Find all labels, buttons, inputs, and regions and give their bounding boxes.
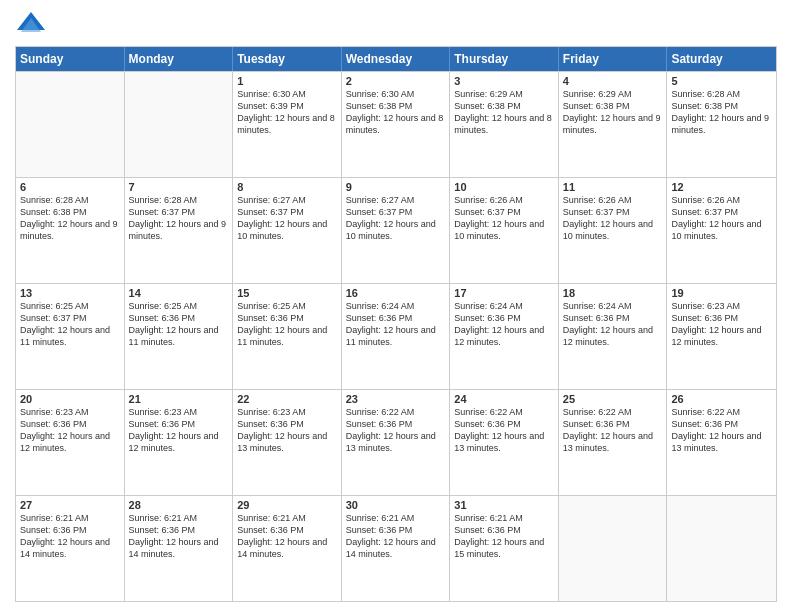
cell-details: Sunrise: 6:22 AMSunset: 6:36 PMDaylight:…: [454, 406, 554, 455]
day-number: 8: [237, 181, 337, 193]
cal-cell: 25Sunrise: 6:22 AMSunset: 6:36 PMDayligh…: [559, 390, 668, 495]
day-number: 19: [671, 287, 772, 299]
calendar-body: 1Sunrise: 6:30 AMSunset: 6:39 PMDaylight…: [16, 71, 776, 601]
day-number: 25: [563, 393, 663, 405]
header-day-saturday: Saturday: [667, 47, 776, 71]
cal-cell: 28Sunrise: 6:21 AMSunset: 6:36 PMDayligh…: [125, 496, 234, 601]
cal-cell: 8Sunrise: 6:27 AMSunset: 6:37 PMDaylight…: [233, 178, 342, 283]
day-number: 17: [454, 287, 554, 299]
cal-row-4: 27Sunrise: 6:21 AMSunset: 6:36 PMDayligh…: [16, 495, 776, 601]
cell-details: Sunrise: 6:22 AMSunset: 6:36 PMDaylight:…: [563, 406, 663, 455]
cal-cell: 18Sunrise: 6:24 AMSunset: 6:36 PMDayligh…: [559, 284, 668, 389]
header-day-monday: Monday: [125, 47, 234, 71]
cal-cell: 5Sunrise: 6:28 AMSunset: 6:38 PMDaylight…: [667, 72, 776, 177]
calendar: SundayMondayTuesdayWednesdayThursdayFrid…: [15, 46, 777, 602]
day-number: 14: [129, 287, 229, 299]
cell-details: Sunrise: 6:23 AMSunset: 6:36 PMDaylight:…: [129, 406, 229, 455]
header: [15, 10, 777, 38]
cell-details: Sunrise: 6:22 AMSunset: 6:36 PMDaylight:…: [671, 406, 772, 455]
day-number: 26: [671, 393, 772, 405]
day-number: 1: [237, 75, 337, 87]
day-number: 10: [454, 181, 554, 193]
cell-details: Sunrise: 6:24 AMSunset: 6:36 PMDaylight:…: [454, 300, 554, 349]
cal-cell: [559, 496, 668, 601]
cal-cell: 7Sunrise: 6:28 AMSunset: 6:37 PMDaylight…: [125, 178, 234, 283]
cell-details: Sunrise: 6:28 AMSunset: 6:38 PMDaylight:…: [671, 88, 772, 137]
cal-cell: 30Sunrise: 6:21 AMSunset: 6:36 PMDayligh…: [342, 496, 451, 601]
cell-details: Sunrise: 6:30 AMSunset: 6:38 PMDaylight:…: [346, 88, 446, 137]
cal-cell: 2Sunrise: 6:30 AMSunset: 6:38 PMDaylight…: [342, 72, 451, 177]
header-day-friday: Friday: [559, 47, 668, 71]
cal-cell: 16Sunrise: 6:24 AMSunset: 6:36 PMDayligh…: [342, 284, 451, 389]
cal-cell: 20Sunrise: 6:23 AMSunset: 6:36 PMDayligh…: [16, 390, 125, 495]
page: SundayMondayTuesdayWednesdayThursdayFrid…: [0, 0, 792, 612]
day-number: 7: [129, 181, 229, 193]
logo: [15, 10, 51, 38]
cal-cell: 19Sunrise: 6:23 AMSunset: 6:36 PMDayligh…: [667, 284, 776, 389]
header-day-sunday: Sunday: [16, 47, 125, 71]
cell-details: Sunrise: 6:26 AMSunset: 6:37 PMDaylight:…: [563, 194, 663, 243]
cell-details: Sunrise: 6:29 AMSunset: 6:38 PMDaylight:…: [563, 88, 663, 137]
cell-details: Sunrise: 6:23 AMSunset: 6:36 PMDaylight:…: [237, 406, 337, 455]
cell-details: Sunrise: 6:27 AMSunset: 6:37 PMDaylight:…: [346, 194, 446, 243]
cell-details: Sunrise: 6:29 AMSunset: 6:38 PMDaylight:…: [454, 88, 554, 137]
cell-details: Sunrise: 6:26 AMSunset: 6:37 PMDaylight:…: [671, 194, 772, 243]
day-number: 27: [20, 499, 120, 511]
cell-details: Sunrise: 6:25 AMSunset: 6:36 PMDaylight:…: [237, 300, 337, 349]
day-number: 2: [346, 75, 446, 87]
day-number: 9: [346, 181, 446, 193]
day-number: 4: [563, 75, 663, 87]
day-number: 23: [346, 393, 446, 405]
cal-cell: 27Sunrise: 6:21 AMSunset: 6:36 PMDayligh…: [16, 496, 125, 601]
day-number: 29: [237, 499, 337, 511]
cell-details: Sunrise: 6:23 AMSunset: 6:36 PMDaylight:…: [671, 300, 772, 349]
day-number: 15: [237, 287, 337, 299]
cal-cell: 6Sunrise: 6:28 AMSunset: 6:38 PMDaylight…: [16, 178, 125, 283]
day-number: 5: [671, 75, 772, 87]
cal-cell: 13Sunrise: 6:25 AMSunset: 6:37 PMDayligh…: [16, 284, 125, 389]
day-number: 11: [563, 181, 663, 193]
day-number: 31: [454, 499, 554, 511]
cal-cell: 26Sunrise: 6:22 AMSunset: 6:36 PMDayligh…: [667, 390, 776, 495]
cal-cell: 10Sunrise: 6:26 AMSunset: 6:37 PMDayligh…: [450, 178, 559, 283]
cal-row-3: 20Sunrise: 6:23 AMSunset: 6:36 PMDayligh…: [16, 389, 776, 495]
cell-details: Sunrise: 6:25 AMSunset: 6:36 PMDaylight:…: [129, 300, 229, 349]
day-number: 20: [20, 393, 120, 405]
calendar-header: SundayMondayTuesdayWednesdayThursdayFrid…: [16, 47, 776, 71]
cal-cell: 24Sunrise: 6:22 AMSunset: 6:36 PMDayligh…: [450, 390, 559, 495]
cell-details: Sunrise: 6:26 AMSunset: 6:37 PMDaylight:…: [454, 194, 554, 243]
cell-details: Sunrise: 6:21 AMSunset: 6:36 PMDaylight:…: [20, 512, 120, 561]
cal-cell: 17Sunrise: 6:24 AMSunset: 6:36 PMDayligh…: [450, 284, 559, 389]
cal-cell: 14Sunrise: 6:25 AMSunset: 6:36 PMDayligh…: [125, 284, 234, 389]
day-number: 24: [454, 393, 554, 405]
day-number: 18: [563, 287, 663, 299]
cal-cell: 9Sunrise: 6:27 AMSunset: 6:37 PMDaylight…: [342, 178, 451, 283]
day-number: 16: [346, 287, 446, 299]
cal-cell: 3Sunrise: 6:29 AMSunset: 6:38 PMDaylight…: [450, 72, 559, 177]
header-day-wednesday: Wednesday: [342, 47, 451, 71]
cal-cell: [125, 72, 234, 177]
day-number: 30: [346, 499, 446, 511]
cell-details: Sunrise: 6:21 AMSunset: 6:36 PMDaylight:…: [129, 512, 229, 561]
cal-cell: 29Sunrise: 6:21 AMSunset: 6:36 PMDayligh…: [233, 496, 342, 601]
cal-cell: 23Sunrise: 6:22 AMSunset: 6:36 PMDayligh…: [342, 390, 451, 495]
cell-details: Sunrise: 6:23 AMSunset: 6:36 PMDaylight:…: [20, 406, 120, 455]
cal-cell: 1Sunrise: 6:30 AMSunset: 6:39 PMDaylight…: [233, 72, 342, 177]
cell-details: Sunrise: 6:28 AMSunset: 6:38 PMDaylight:…: [20, 194, 120, 243]
day-number: 6: [20, 181, 120, 193]
cal-cell: 15Sunrise: 6:25 AMSunset: 6:36 PMDayligh…: [233, 284, 342, 389]
header-day-tuesday: Tuesday: [233, 47, 342, 71]
day-number: 12: [671, 181, 772, 193]
day-number: 22: [237, 393, 337, 405]
cell-details: Sunrise: 6:24 AMSunset: 6:36 PMDaylight:…: [563, 300, 663, 349]
cal-cell: [16, 72, 125, 177]
day-number: 28: [129, 499, 229, 511]
cal-cell: 11Sunrise: 6:26 AMSunset: 6:37 PMDayligh…: [559, 178, 668, 283]
cal-cell: 12Sunrise: 6:26 AMSunset: 6:37 PMDayligh…: [667, 178, 776, 283]
cal-row-0: 1Sunrise: 6:30 AMSunset: 6:39 PMDaylight…: [16, 71, 776, 177]
day-number: 13: [20, 287, 120, 299]
cal-cell: 21Sunrise: 6:23 AMSunset: 6:36 PMDayligh…: [125, 390, 234, 495]
cell-details: Sunrise: 6:22 AMSunset: 6:36 PMDaylight:…: [346, 406, 446, 455]
header-day-thursday: Thursday: [450, 47, 559, 71]
cell-details: Sunrise: 6:21 AMSunset: 6:36 PMDaylight:…: [346, 512, 446, 561]
